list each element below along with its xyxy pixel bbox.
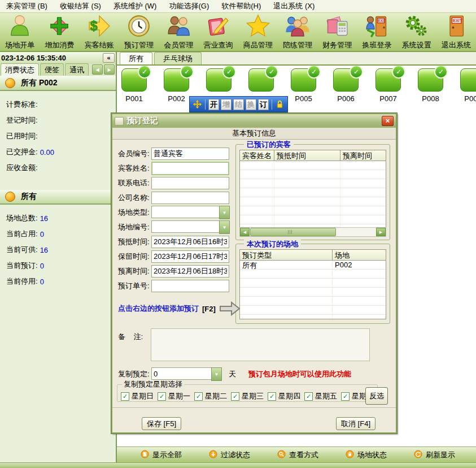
- menu-item-5[interactable]: 软件帮助(H): [215, 0, 267, 12]
- scroll-left-icon[interactable]: ◀: [240, 228, 250, 236]
- toolbar-button-star[interactable]: 商品管理: [238, 13, 278, 51]
- toolbar-button-folder-calculator[interactable]: 财务管理: [317, 13, 357, 51]
- quick-开-button[interactable]: 开: [208, 99, 219, 110]
- checkbox-checked-icon[interactable]: ✓: [268, 392, 276, 401]
- checkbox-checked-icon[interactable]: ✓: [158, 392, 166, 401]
- quick-订-button[interactable]: 订: [258, 99, 269, 110]
- weekday-option-星期四[interactable]: ✓星期四: [268, 391, 300, 401]
- remark-textarea[interactable]: [151, 328, 370, 361]
- venue-item-P007[interactable]: ✓P007: [367, 68, 409, 103]
- statusbar-button-filter-down[interactable]: 过滤状态: [209, 450, 250, 460]
- venue-number-input[interactable]: [151, 220, 220, 233]
- sidebar-field-value: 0: [40, 278, 44, 286]
- sidebar-tab-消费状态[interactable]: 消费状态: [1, 63, 39, 76]
- sidebar-field-value: 0: [40, 262, 44, 270]
- guest-name-input[interactable]: [151, 162, 229, 175]
- table-empty-row: [240, 179, 386, 188]
- toolbar-button-three-people[interactable]: 陪练管理: [278, 13, 317, 51]
- checkbox-checked-icon[interactable]: ✓: [341, 392, 350, 401]
- toolbar-button-two-people[interactable]: 会员管理: [159, 13, 198, 51]
- weekday-option-星期二[interactable]: ✓星期二: [194, 391, 227, 401]
- venue-tab-所有[interactable]: 所有: [120, 52, 152, 64]
- close-icon[interactable]: ×: [382, 116, 394, 126]
- column-header-宾客姓名[interactable]: 宾客姓名: [240, 150, 274, 161]
- venue-number-combobox[interactable]: ▼: [151, 220, 230, 234]
- chevron-down-icon[interactable]: ▼: [219, 220, 230, 234]
- sidebar-tab-通讯[interactable]: 通讯: [65, 63, 89, 76]
- sidebar-tab-便签[interactable]: 便签: [40, 63, 64, 76]
- guest-name-row: 宾客姓名:: [118, 162, 229, 175]
- invert-selection-button[interactable]: 反选: [365, 387, 388, 405]
- menu-item-3[interactable]: 系统维护 (W): [107, 0, 163, 12]
- toolbar-button-door-person[interactable]: EXIT换班登录: [357, 13, 396, 51]
- column-header-预抵时间[interactable]: 预抵时间: [274, 150, 340, 161]
- sidebar-field-label: 应收金额:: [6, 163, 38, 173]
- menu-item-2[interactable]: 收银结算 (S): [54, 0, 107, 12]
- add-booking-arrow-button[interactable]: [219, 301, 241, 316]
- venue-type-combobox[interactable]: ▼: [151, 206, 230, 219]
- venue-type-input[interactable]: [151, 206, 220, 218]
- checkbox-checked-icon[interactable]: ✓: [194, 392, 203, 401]
- tab-scroll-left-icon[interactable]: ◀: [92, 64, 103, 75]
- member-id-input[interactable]: [151, 148, 229, 160]
- venue-item-P006[interactable]: ✓P006: [325, 68, 367, 103]
- table-cell: [333, 297, 386, 306]
- weekday-option-星期日[interactable]: ✓星期日: [121, 391, 154, 401]
- venue-item-P009[interactable]: ✓P009: [452, 68, 476, 103]
- toolbar-button-clipboard-pencil[interactable]: 营业查询: [198, 13, 238, 51]
- statusbar-button-page[interactable]: 显示全部: [141, 450, 182, 460]
- venue-item-P001[interactable]: ✓P001: [117, 68, 155, 103]
- chevron-down-icon[interactable]: ▼: [219, 206, 230, 219]
- star-icon: [246, 14, 270, 41]
- toolbar-button-exit-door[interactable]: EXIT退出系统: [436, 13, 476, 51]
- collapse-sidebar-button[interactable]: «: [103, 53, 115, 63]
- sidebar-field: 已用时间:: [0, 128, 116, 144]
- checkbox-checked-icon[interactable]: ✓: [231, 392, 239, 401]
- company-input[interactable]: [151, 192, 229, 204]
- hold-time-input[interactable]: [151, 250, 229, 263]
- checkbox-checked-icon[interactable]: ✓: [304, 392, 313, 401]
- venue-tab-乒乓球场[interactable]: 乒乓球场: [154, 52, 202, 64]
- table-row[interactable]: 所有P002: [240, 261, 386, 270]
- column-header-场地[interactable]: 场地: [333, 250, 386, 261]
- statusbar-button-lock[interactable]: 场地状态: [346, 450, 387, 460]
- toolbar-button-plus-diamond[interactable]: 增加消费: [40, 13, 79, 51]
- venue-item-P005[interactable]: ✓P005: [282, 68, 325, 103]
- menu-item-1[interactable]: 来宾管理 (B): [0, 0, 54, 12]
- toolbar-button-dollar-arrow[interactable]: $宾客结账: [80, 13, 119, 51]
- statusbar-button-magnifier[interactable]: 查看方式: [277, 450, 318, 460]
- column-header-预离时间[interactable]: 预离时间: [340, 150, 386, 161]
- plus-diamond-icon: [47, 14, 72, 41]
- weekday-option-星期三[interactable]: ✓星期三: [231, 391, 264, 401]
- weekday-option-星期五[interactable]: ✓星期五: [304, 391, 337, 401]
- column-header-预订类型[interactable]: 预订类型: [240, 250, 333, 261]
- toolbar-button-person[interactable]: 场地开单: [0, 13, 40, 51]
- statusbar-button-refresh[interactable]: 刷新显示: [414, 450, 455, 460]
- dialog-system-icon[interactable]: [115, 117, 124, 125]
- toolbar-button-gears[interactable]: 系统设置: [397, 13, 436, 51]
- departure-time-input[interactable]: [151, 265, 229, 278]
- copy-days-input[interactable]: [151, 367, 212, 380]
- phone-input[interactable]: [151, 177, 229, 189]
- scroll-thumb[interactable]: [250, 228, 336, 236]
- booking-number-input[interactable]: [151, 280, 229, 292]
- padlock-icon[interactable]: [275, 99, 285, 109]
- scroll-right-icon[interactable]: ▶: [376, 228, 386, 236]
- tab-scroll-right-icon[interactable]: ▶: [104, 64, 115, 75]
- table-cell: [240, 188, 274, 197]
- menu-item-6[interactable]: 退出系统 (X): [267, 0, 321, 12]
- menu-item-4[interactable]: 功能选择(G): [163, 0, 215, 12]
- move-handle-icon[interactable]: [193, 99, 202, 109]
- weekday-option-星期一[interactable]: ✓星期一: [158, 391, 190, 401]
- save-button[interactable]: 保存 [F5]: [142, 417, 181, 430]
- cancel-button[interactable]: 取消 [F4]: [336, 417, 375, 430]
- checkbox-checked-icon[interactable]: ✓: [121, 392, 129, 401]
- guests-table-hscrollbar[interactable]: ◀ ▶: [239, 227, 386, 237]
- venue-item-P008[interactable]: ✓P008: [409, 68, 452, 103]
- table-cell: [274, 170, 340, 179]
- arrival-time-input[interactable]: [151, 236, 229, 248]
- venue-tab-strip: 所有乒乓球场: [117, 52, 476, 66]
- toolbar-button-clock[interactable]: 预订管理: [119, 13, 159, 51]
- member-id-row: 会员编号:: [118, 148, 229, 160]
- booked-guests-groupbox: 已预订的宾客 宾客姓名预抵时间预离时间 ◀ ▶: [235, 144, 390, 240]
